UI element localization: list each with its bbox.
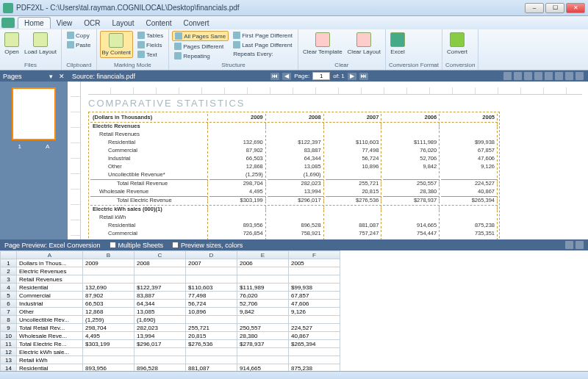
preview-bar: Page Preview: Excel Conversion Multiple … xyxy=(0,239,588,250)
page-next-button[interactable]: ▶ xyxy=(348,73,356,80)
excel-preview-grid[interactable]: ABCDEF1Dollars in Thous...20092008200720… xyxy=(0,250,588,371)
app-icon xyxy=(3,3,13,13)
pages-title: Pages xyxy=(3,73,22,80)
convert-button[interactable]: Convert xyxy=(445,31,469,57)
clear-layout-button[interactable]: Clear Layout xyxy=(346,31,382,57)
clear-template-icon xyxy=(315,32,330,47)
close-button[interactable]: ✕ xyxy=(566,3,585,13)
by-content-button[interactable]: By Content xyxy=(100,31,134,58)
tables-icon xyxy=(137,32,145,39)
pages-close-icon[interactable]: ✕ xyxy=(59,73,65,80)
tab-convert[interactable]: Convert xyxy=(177,18,215,29)
paste-icon xyxy=(67,41,74,48)
pointer-icon[interactable] xyxy=(524,72,532,80)
page-thumbnail[interactable] xyxy=(12,87,56,140)
pages-diff-icon xyxy=(174,43,182,50)
all-pages-icon xyxy=(175,32,182,40)
tab-home[interactable]: Home xyxy=(18,17,51,29)
clear-template-button[interactable]: Clear Template xyxy=(301,31,344,57)
group-files-label: Files xyxy=(3,61,58,68)
excel-format-button[interactable]: Excel xyxy=(389,31,406,57)
source-title: Source: financials.pdf xyxy=(72,73,135,80)
copy-button[interactable]: Copy xyxy=(65,31,92,40)
repeating-button[interactable]: Repeating xyxy=(172,51,229,60)
group-conversion-label: Conversion xyxy=(445,61,475,68)
status-bar xyxy=(0,371,588,379)
thumb-letter: A xyxy=(46,143,49,150)
window-title: PDF2XL - C:\Users\tal.rayman.COGNILOCAL\… xyxy=(16,4,525,12)
open-icon xyxy=(4,32,19,47)
ribbon: Open Load Layout Files Copy Paste Clipbo… xyxy=(0,29,588,71)
copy-icon xyxy=(67,32,74,39)
preview-tool-1[interactable] xyxy=(565,241,573,249)
first-diff-icon xyxy=(233,32,240,39)
maximize-button[interactable]: ☐ xyxy=(545,3,564,13)
group-clipboard-label: Clipboard xyxy=(65,61,93,68)
thumb-num: 1 xyxy=(18,143,21,150)
page-input[interactable] xyxy=(312,72,330,80)
text-button[interactable]: Text xyxy=(135,50,165,59)
tool-icon-2[interactable] xyxy=(514,72,522,80)
group-conv-format-label: Conversion Format xyxy=(389,61,439,68)
group-marking-label: Marking Mode xyxy=(100,61,166,68)
first-page-diff-button[interactable]: First Page Different xyxy=(231,31,295,40)
excel-icon xyxy=(390,32,405,47)
fit-page-icon[interactable] xyxy=(565,72,573,80)
preview-sizes-checkbox[interactable]: Preview sizes, colors xyxy=(172,242,243,249)
open-button[interactable]: Open xyxy=(3,31,21,57)
last-page-diff-button[interactable]: Last Page Different xyxy=(231,40,295,49)
load-layout-icon xyxy=(33,32,48,47)
document-view[interactable]: COMPARATIVE STATISTICS (Dollars in Thous… xyxy=(68,82,588,239)
fields-icon xyxy=(137,41,145,48)
text-icon xyxy=(137,51,145,58)
doc-heading: COMPARATIVE STATISTICS xyxy=(88,98,582,109)
document-table: (Dollars in Thousands)200920082007200620… xyxy=(88,112,500,239)
fit-width-icon[interactable] xyxy=(555,72,563,80)
paste-button[interactable]: Paste xyxy=(65,40,93,49)
page-last-button[interactable]: ⏭ xyxy=(359,73,368,80)
all-pages-same-button[interactable]: All Pages Same xyxy=(172,31,229,41)
group-clear-label: Clear xyxy=(301,61,382,68)
tool-icon-1[interactable] xyxy=(503,72,512,80)
rotate-icon[interactable] xyxy=(576,72,584,80)
page-prev-button[interactable]: ◀ xyxy=(282,73,291,80)
pages-different-button[interactable]: Pages Different xyxy=(172,42,229,51)
tab-view[interactable]: View xyxy=(51,18,79,29)
fields-button[interactable]: Fields xyxy=(135,40,165,49)
title-bar: PDF2XL - C:\Users\tal.rayman.COGNILOCAL\… xyxy=(0,0,588,16)
filter-icon[interactable]: ▾ xyxy=(49,73,57,80)
preview-tool-2[interactable] xyxy=(576,241,584,249)
clear-layout-icon xyxy=(356,32,371,47)
page-of: of: 1 xyxy=(333,73,345,79)
convert-icon xyxy=(450,32,465,47)
file-menu-button[interactable] xyxy=(1,18,15,28)
tables-button[interactable]: Tables xyxy=(135,31,165,40)
page-label: Page: xyxy=(294,73,309,79)
preview-title: Page Preview: Excel Conversion xyxy=(4,242,101,249)
repeating-icon xyxy=(174,52,182,59)
zoom-in-icon[interactable] xyxy=(545,72,553,80)
horizontal-ruler xyxy=(88,87,582,95)
group-structure-label: Structure xyxy=(172,61,295,68)
tab-ocr[interactable]: OCR xyxy=(78,18,106,29)
tab-layout[interactable]: Layout xyxy=(106,18,140,29)
minimize-button[interactable]: – xyxy=(525,3,544,13)
menu-bar: Home View OCR Layout Content Convert xyxy=(0,16,588,29)
page-first-button[interactable]: ⏮ xyxy=(270,73,279,80)
zoom-out-icon[interactable] xyxy=(534,72,542,80)
load-layout-button[interactable]: Load Layout xyxy=(23,31,58,57)
multiple-sheets-checkbox[interactable]: Multiple Sheets xyxy=(110,242,164,249)
repeats-every-button[interactable]: Repeats Every: xyxy=(231,50,295,58)
last-diff-icon xyxy=(233,41,240,48)
tab-content[interactable]: Content xyxy=(140,18,177,29)
vertical-ruler xyxy=(71,82,81,239)
pages-panel: Pages ▾✕ 1A xyxy=(0,71,68,239)
by-content-icon xyxy=(109,33,123,48)
